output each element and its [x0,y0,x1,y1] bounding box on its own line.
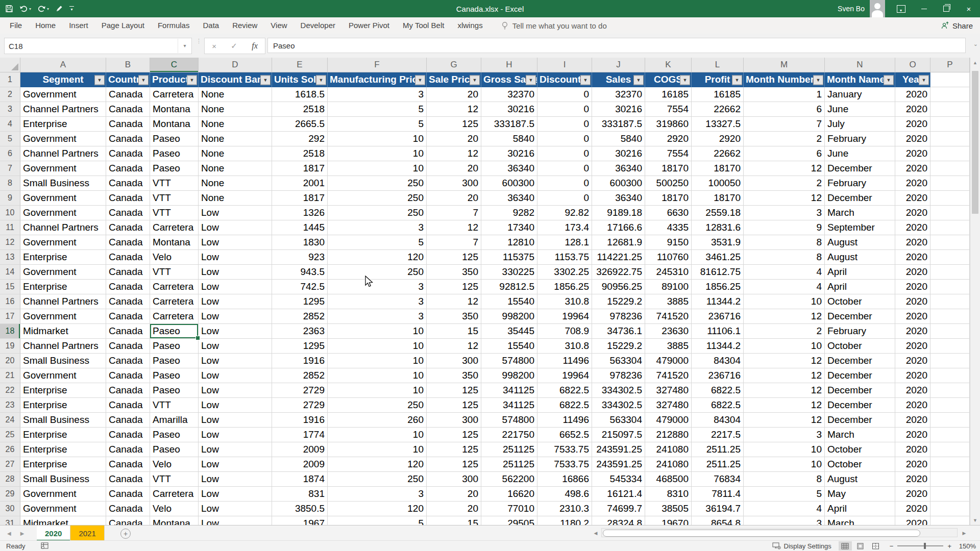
ribbon-display-options-icon[interactable]: ▾ [892,0,910,17]
header-cell-discounts[interactable]: Discounts▼ [537,72,592,87]
cell-A23[interactable]: Enterprise [20,398,106,413]
cell-O27[interactable]: 2020 [895,457,930,472]
cell-C24[interactable]: Amarilla [150,413,199,428]
cell-N20[interactable]: December [825,354,895,368]
cell-K16[interactable]: 3885 [645,294,692,309]
cell-H9[interactable]: 36340 [481,191,537,206]
cell-A11[interactable]: Channel Partners [20,220,106,235]
cell-P16[interactable] [930,294,970,309]
cell-M28[interactable]: 8 [744,472,825,487]
cell-E8[interactable]: 2001 [272,176,328,191]
cell-N26[interactable]: October [825,442,895,457]
cell-L27[interactable]: 2511.25 [692,457,744,472]
cell-G19[interactable]: 12 [427,339,481,354]
cell-C6[interactable]: Paseo [150,146,199,161]
cell-B13[interactable]: Canada [106,250,150,265]
cell-M12[interactable]: 8 [744,235,825,250]
cell-H2[interactable]: 32370 [481,87,537,102]
cell-P21[interactable] [930,368,970,383]
cell-I11[interactable]: 173.4 [537,220,592,235]
cell-A9[interactable]: Government [20,191,106,206]
cell-B14[interactable]: Canada [106,265,150,280]
cell-E25[interactable]: 1774 [272,428,328,442]
cell-I6[interactable]: 0 [537,146,592,161]
cell-E5[interactable]: 292 [272,132,328,146]
cell-P6[interactable] [930,146,970,161]
column-header-N[interactable]: N [825,58,895,72]
cell-E11[interactable]: 1445 [272,220,328,235]
header-cell-discount-band[interactable]: Discount Band▼ [199,72,272,87]
cell-F14[interactable]: 250 [328,265,427,280]
cell-E20[interactable]: 1916 [272,354,328,368]
cell-B22[interactable]: Canada [106,383,150,398]
cell-K2[interactable]: 16185 [645,87,692,102]
cell-B30[interactable]: Canada [106,502,150,516]
cell-J15[interactable]: 90956.25 [592,280,645,294]
undo-dropdown-icon[interactable]: ▾ [29,7,31,11]
column-header-D[interactable]: D [199,58,272,72]
cell-M23[interactable]: 12 [744,398,825,413]
cell-A4[interactable]: Enterprise [20,117,106,132]
cell-F13[interactable]: 120 [328,250,427,265]
header-cell-units-sold[interactable]: Units Sold▼ [272,72,328,87]
cell-B29[interactable]: Canada [106,487,150,502]
header-cell-country[interactable]: Country▼ [106,72,150,87]
cell-M6[interactable]: 6 [744,146,825,161]
cell-A22[interactable]: Enterprise [20,383,106,398]
cell-C19[interactable]: Paseo [150,339,199,354]
cell-L31[interactable]: 8654.8 [692,516,744,525]
cell-B25[interactable]: Canada [106,428,150,442]
cell-N13[interactable]: August [825,250,895,265]
cell-H10[interactable]: 9282 [481,206,537,220]
cell-J8[interactable]: 600300 [592,176,645,191]
row-header-4[interactable]: 4 [0,117,20,132]
save-icon[interactable] [5,5,13,13]
cell-F7[interactable]: 10 [328,161,427,176]
cell-E9[interactable]: 1817 [272,191,328,206]
cell-G21[interactable]: 350 [427,368,481,383]
cell-B2[interactable]: Canada [106,87,150,102]
cell-N4[interactable]: July [825,117,895,132]
cell-E12[interactable]: 1830 [272,235,328,250]
redo-button[interactable]: ▾ [37,5,49,13]
cell-C4[interactable]: Montana [150,117,199,132]
cell-L17[interactable]: 236716 [692,309,744,324]
cell-F28[interactable]: 250 [328,472,427,487]
normal-view-icon[interactable] [839,541,852,550]
header-cell-year[interactable]: Year▼ [895,72,930,87]
cell-B17[interactable]: Canada [106,309,150,324]
cell-G29[interactable]: 20 [427,487,481,502]
row-header-11[interactable]: 11 [0,220,20,235]
cell-J10[interactable]: 9189.18 [592,206,645,220]
cell-N30[interactable]: April [825,502,895,516]
cell-K19[interactable]: 3885 [645,339,692,354]
cell-M17[interactable]: 12 [744,309,825,324]
cell-H23[interactable]: 341125 [481,398,537,413]
cell-L11[interactable]: 12831.6 [692,220,744,235]
filter-dropdown-icon[interactable]: ▼ [470,75,480,85]
cell-K3[interactable]: 7554 [645,102,692,117]
cell-K8[interactable]: 500250 [645,176,692,191]
row-header-14[interactable]: 14 [0,265,20,280]
cell-M9[interactable]: 12 [744,191,825,206]
scroll-up-icon[interactable]: ▲ [970,58,980,67]
cell-B16[interactable]: Canada [106,294,150,309]
cell-L29[interactable]: 7811.4 [692,487,744,502]
cell-L4[interactable]: 13327.5 [692,117,744,132]
cell-C12[interactable]: Montana [150,235,199,250]
cell-H24[interactable]: 574800 [481,413,537,428]
cell-D26[interactable]: Low [199,442,272,457]
cell-N14[interactable]: April [825,265,895,280]
row-header-16[interactable]: 16 [0,294,20,309]
cell-M19[interactable]: 10 [744,339,825,354]
cell-M29[interactable]: 5 [744,487,825,502]
cell-H19[interactable]: 15540 [481,339,537,354]
cell-L19[interactable]: 11344.2 [692,339,744,354]
display-settings-button[interactable]: Display Settings [772,542,831,550]
cell-O10[interactable]: 2020 [895,206,930,220]
column-header-I[interactable]: I [537,58,592,72]
cell-F11[interactable]: 3 [328,220,427,235]
cell-J7[interactable]: 36340 [592,161,645,176]
cell-E23[interactable]: 2729 [272,398,328,413]
cell-E27[interactable]: 2009 [272,457,328,472]
